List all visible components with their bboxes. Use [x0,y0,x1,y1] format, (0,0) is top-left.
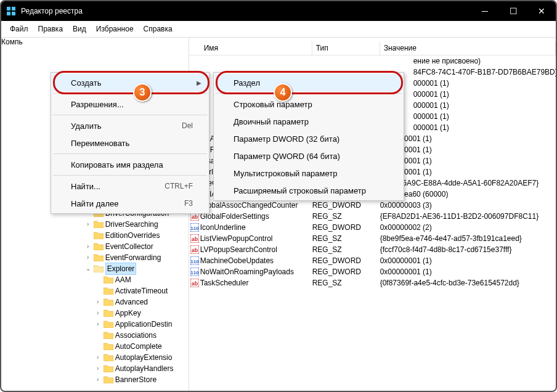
value-data: 000001 (1) [380,79,556,88]
menu-view[interactable]: Вид [68,22,91,36]
value-row[interactable]: abListViewPopupControlREG_SZ{8be9f5ea-e7… [189,233,556,244]
folder-icon [104,309,113,317]
chevron-icon[interactable]: ⌄ [84,263,92,274]
tree-node-EditionOverrides[interactable]: EditionOverrides [84,230,189,241]
tree-node-ApplicationDestin[interactable]: ›ApplicationDestin [84,319,189,330]
value-row[interactable]: 110GlobalAssocChangedCounterREG_DWORD0x0… [189,200,556,211]
svg-text:ab: ab [191,247,198,253]
tree-node-EventForwarding[interactable]: ›EventForwarding [84,252,189,263]
chevron-icon[interactable] [94,341,102,352]
value-row[interactable]: abGlobalFolderSettingsREG_SZ{EF8AD2D1-AE… [189,211,556,222]
svg-text:ab: ab [191,214,198,220]
menu-item-binary[interactable]: Двоичный параметр [215,113,402,130]
tree-label: Advanced [115,296,148,308]
submenu-arrow-icon: ▶ [197,80,201,86]
menu-item-permissions[interactable]: Разрешения... [52,96,208,113]
value-row[interactable]: 110IconUnderlineREG_DWORD0x00000002 (2) [189,222,556,233]
context-menu-main: Создать▶Разрешения...УдалитьDelПереимено… [51,72,209,214]
tree-label: AutoComplete [115,341,162,352]
menu-item-expstring[interactable]: Расширяемый строковый параметр [215,182,402,199]
value-row[interactable]: 110NoWaitOnRoamingPayloadsREG_DWORD0x000… [189,266,556,277]
value-row[interactable]: 110MachineOobeUpdatesREG_DWORD0x00000001… [189,255,556,266]
svg-text:ab: ab [191,280,198,287]
minimize-button[interactable]: ─ [471,1,499,21]
chevron-icon[interactable]: › [84,241,92,252]
chevron-icon[interactable]: › [94,308,102,319]
col-value[interactable]: Значение [380,41,556,55]
menu-label: Раздел [234,78,260,88]
svg-text:110: 110 [190,259,199,264]
folder-icon [104,364,113,373]
menu-item-delete[interactable]: УдалитьDel [52,117,208,134]
value-icon: ab [189,245,200,254]
col-type[interactable]: Тип [312,41,380,55]
chevron-icon[interactable] [94,274,102,285]
menu-item-find-next[interactable]: Найти далееF3 [52,195,208,212]
value-row[interactable]: ение не присвоено) [189,55,556,67]
value-data: 0x00000001 (1) [380,256,556,265]
chevron-icon[interactable]: › [94,352,102,363]
window-title: Редактор реестра [21,7,471,15]
tree-node-AutoplayHandlers[interactable]: ›AutoplayHandlers [84,363,189,374]
value-data: 000001 (1) [380,123,556,132]
value-name: IconUnderline [200,223,312,232]
value-name: TaskScheduler [200,279,312,287]
col-name[interactable]: Имя [189,41,312,55]
tree-node-Advanced[interactable]: ›Advanced [84,296,189,308]
menu-edit[interactable]: Правка [33,22,68,36]
chevron-icon[interactable] [94,330,102,341]
menu-item-multistring[interactable]: Мультистроковый параметр [215,165,402,182]
close-button[interactable]: ✕ [527,1,556,21]
value-type: REG_DWORD [312,267,380,276]
menu-item-dword[interactable]: Параметр DWORD (32 бита) [215,130,402,147]
menu-help[interactable]: Справка [139,22,177,36]
tree-label: AutoplayHandlers [115,363,174,374]
chevron-icon[interactable] [94,285,102,296]
value-data: 0x00000001 (1) [380,168,556,176]
menu-label: Удалить [71,121,102,131]
tree-node-EventCollector[interactable]: ›EventCollector [84,241,189,252]
svg-rect-2 [7,12,10,15]
chevron-icon[interactable] [84,230,92,241]
value-row[interactable]: abTaskSchedulerREG_SZ{0f87369f-a4e5-4cfc… [189,277,556,288]
tree-node-Associations[interactable]: Associations [84,330,189,341]
chevron-icon[interactable]: › [94,374,102,385]
value-data: {DC1C5A9C-E88A-4dde-A5A1-60F82A20AEF7} [380,179,556,187]
tree-node-Explorer[interactable]: ⌄Explorer [84,263,189,274]
menu-item-string[interactable]: Строковый параметр [215,96,402,113]
menu-file[interactable]: Файл [5,22,33,36]
tree-node-AutoComplete[interactable]: AutoComplete [84,341,189,352]
menu-item-find[interactable]: Найти...CTRL+F [52,178,208,195]
value-row[interactable]: abLVPopupSearchControlREG_SZ{fccf70c8-f4… [189,244,556,255]
tree-node-DriverSearching[interactable]: ›DriverSearching [84,219,189,230]
chevron-icon[interactable]: › [94,319,102,330]
maximize-button[interactable]: ☐ [499,1,527,21]
tree-node-BannerStore[interactable]: ›BannerStore [84,374,189,385]
value-data: 84FC8-74C1-470F-B1B7-DD7B6BAE79BD} [380,68,556,76]
chevron-icon[interactable]: › [94,296,102,308]
chevron-icon[interactable]: › [84,252,92,263]
menu-label: Копировать имя раздела [71,160,163,169]
svg-rect-3 [12,12,15,15]
value-name: GlobalFolderSettings [200,212,312,221]
tree-node-AutoplayExtensio[interactable]: ›AutoplayExtensio [84,352,189,363]
tree-label: Explorer [105,263,137,275]
tree-node-AppKey[interactable]: ›AppKey [84,308,189,319]
value-type: REG_SZ [312,212,380,221]
menu-item-create[interactable]: Создать▶ [52,74,208,91]
menu-label: Двоичный параметр [234,117,309,126]
menu-item-rename[interactable]: Переименовать [52,134,208,152]
chevron-icon[interactable]: › [94,363,102,374]
menu-item-copy-key-name[interactable]: Копировать имя раздела [52,156,208,173]
menu-item-qword[interactable]: Параметр QWORD (64 бита) [215,147,402,165]
address-bar[interactable]: Компь [1,38,23,392]
menu-label: Найти далее [71,199,119,208]
tree-node-ActivateTimeout[interactable]: ActivateTimeout [84,285,189,296]
svg-rect-1 [12,7,15,10]
tree-node-AAM[interactable]: AAM [84,274,189,285]
value-data: 000001 (1) [380,90,556,99]
menu-favorites[interactable]: Избранное [91,22,139,36]
menu-item-key[interactable]: Раздел [215,74,402,91]
chevron-icon[interactable]: › [84,219,92,230]
menu-separator [53,153,207,154]
